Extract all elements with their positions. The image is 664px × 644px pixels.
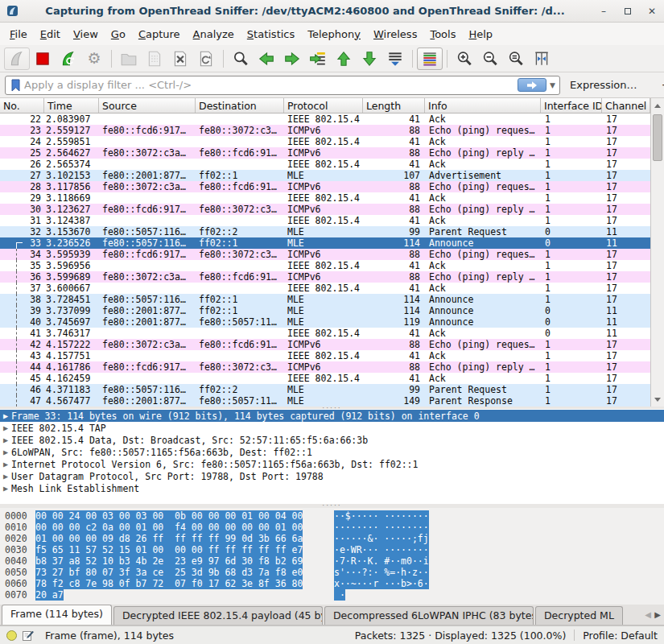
hex-ascii[interactable]: s'···?:· %=·h·z·· (334, 567, 429, 578)
menu-edit[interactable]: Edit (34, 25, 67, 43)
expand-arrow-icon[interactable]: ▶ (0, 411, 11, 420)
hex-ascii[interactable]: ······&· ·····;fj (334, 533, 429, 544)
go-forward-button[interactable] (279, 47, 305, 70)
menu-tools[interactable]: Tools (423, 25, 462, 43)
scrollbar-thumb[interactable] (653, 114, 662, 161)
capture-options-button[interactable]: ⚙ (81, 47, 107, 70)
expand-arrow-icon[interactable]: ▶ (0, 448, 11, 456)
packet-row-22[interactable]: 222.083907IEEE 802.15.441Ack117 (0, 114, 650, 125)
byte-view-tab[interactable]: Frame (114 bytes) (2, 605, 112, 625)
menu-wireless[interactable]: Wireless (367, 25, 423, 43)
detail-line[interactable]: ▶IEEE 802.15.4 TAP (0, 422, 664, 434)
apply-filter-button[interactable] (518, 78, 546, 92)
column-header-length[interactable]: Length (363, 98, 425, 113)
packet-row-37[interactable]: 373.600667IEEE 802.15.441Ack117 (0, 283, 650, 294)
hex-bytes[interactable]: 00 00 24 00 03 00 03 00 0b 00 00 00 01 0… (35, 510, 303, 522)
go-to-packet-button[interactable] (305, 47, 331, 70)
detail-line[interactable]: ▶Mesh Link Establishment (0, 482, 664, 494)
tab-scroll-right-icon[interactable]: ▶ (653, 608, 662, 622)
resize-columns-button[interactable] (529, 47, 555, 70)
expand-arrow-icon[interactable]: ▶ (0, 423, 11, 432)
packet-row-23[interactable]: 232.559127fe80::fcd6:917…fe80::3072:c3…I… (0, 125, 650, 136)
packet-row-34[interactable]: 343.595939fe80::fcd6:917…fe80::3072:c3…I… (0, 249, 650, 260)
open-capture-button[interactable] (116, 47, 142, 70)
column-header-channel[interactable]: Channel (602, 98, 650, 113)
expand-arrow-icon[interactable]: ▶ (0, 460, 11, 469)
menu-file[interactable]: File (3, 25, 34, 43)
column-header-interface-id[interactable]: Interface ID (541, 98, 602, 113)
packet-row-44[interactable]: 444.161786fe80::fcd6:917…fe80::3072:c3…I… (0, 361, 650, 373)
packet-row-39[interactable]: 393.737099fe80::2001:877…ff02::1MLE114An… (0, 305, 650, 316)
packet-row-29[interactable]: 293.118669IEEE 802.15.441Ack117 (0, 192, 650, 204)
menu-analyze[interactable]: Analyze (187, 25, 241, 43)
packet-row-30[interactable]: 303.123627fe80::fcd6:917…fe80::3072:c3…I… (0, 204, 650, 215)
packet-row-27[interactable]: 273.102153fe80::2001:877…ff02::1MLE107Ad… (0, 170, 650, 181)
column-header-no[interactable]: No. (0, 98, 44, 113)
packet-row-46[interactable]: 464.371183fe80::5057:116…ff02::2MLE99Par… (0, 384, 650, 395)
packet-list-scrollbar[interactable] (650, 98, 664, 407)
detail-line[interactable]: ▶Frame 33: 114 bytes on wire (912 bits),… (0, 410, 664, 422)
packet-row-31[interactable]: 313.124387IEEE 802.15.441Ack117 (0, 215, 650, 226)
filter-dropdown-icon[interactable]: ▼ (548, 81, 559, 89)
hex-bytes[interactable]: 20 a7 (35, 589, 64, 601)
stop-capture-button[interactable] (30, 47, 56, 70)
menu-view[interactable]: View (67, 25, 105, 43)
packet-row-43[interactable]: 434.157751IEEE 802.15.441Ack117 (0, 350, 650, 361)
hex-bytes[interactable]: f5 65 11 57 52 15 01 00 00 00 ff ff ff f… (35, 544, 303, 555)
column-header-time[interactable]: Time (44, 98, 99, 113)
menu-statistics[interactable]: Statistics (241, 25, 301, 43)
column-header-protocol[interactable]: Protocol (284, 98, 363, 113)
zoom-in-button[interactable] (452, 47, 477, 70)
hex-bytes[interactable]: 01 00 00 00 09 d8 26 ff ff ff ff 99 0d 3… (35, 533, 303, 544)
hex-ascii[interactable]: ··$····· ········ (334, 510, 429, 522)
byte-view-tab[interactable]: Decrypted IEEE 802.15.4 payload (45 byte… (113, 606, 323, 625)
menu-capture[interactable]: Capture (132, 25, 187, 43)
detail-line[interactable]: ▶6LoWPAN, Src: fe80::5057:1165:f56a:663b… (0, 446, 664, 458)
auto-scroll-button[interactable] (382, 47, 408, 70)
close-capture-button[interactable] (167, 47, 193, 70)
expand-arrow-icon[interactable]: ▶ (0, 436, 11, 444)
save-capture-button[interactable] (142, 47, 167, 70)
packet-row-25[interactable]: 252.564627fe80::3072:c3a…fe80::fcd6:91…I… (0, 147, 650, 159)
expert-info-icon[interactable] (6, 630, 17, 641)
packet-row-26[interactable]: 262.565374IEEE 802.15.441Ack117 (0, 159, 650, 170)
find-packet-button[interactable] (228, 47, 254, 70)
add-filter-button[interactable]: + (657, 77, 664, 93)
packet-row-33[interactable]: 333.236526fe80::5057:116…ff02::1MLE114An… (0, 237, 650, 249)
byte-view-tab[interactable]: Decrypted ML (535, 606, 623, 625)
packet-row-45[interactable]: 454.162459IEEE 802.15.441Ack117 (0, 373, 650, 384)
hex-ascii[interactable]: x··~···r ···b>·6· (334, 578, 429, 589)
maximize-icon[interactable] (616, 2, 640, 20)
hex-ascii[interactable]: ········ ········ (334, 522, 429, 533)
display-filter-input[interactable] (24, 77, 518, 93)
hex-bytes[interactable]: 00 00 00 c2 0a 00 01 00 f4 00 00 00 00 0… (35, 522, 303, 533)
hex-ascii[interactable]: ·e·WR··· ········ (334, 544, 429, 555)
packet-row-41[interactable]: 413.746317IEEE 802.15.441Ack011 (0, 328, 650, 339)
column-header-destination[interactable]: Destination (196, 98, 284, 113)
detail-line[interactable]: ▶User Datagram Protocol, Src Port: 19788… (0, 470, 664, 482)
go-back-button[interactable] (254, 47, 279, 70)
hex-bytes[interactable]: 78 f2 c8 7e 98 0f b7 72 07 f0 17 62 3e 8… (35, 578, 303, 589)
close-icon[interactable]: ✕ (640, 2, 664, 20)
packet-row-24[interactable]: 242.559851IEEE 802.15.441Ack117 (0, 136, 650, 147)
detail-line[interactable]: ▶IEEE 802.15.4 Data, Dst: Broadcast, Src… (0, 434, 664, 446)
packet-row-36[interactable]: 363.599689fe80::3072:c3a…fe80::fcd6:91…I… (0, 271, 650, 283)
expand-arrow-icon[interactable]: ▶ (0, 472, 11, 481)
hex-ascii[interactable]: · (334, 589, 345, 601)
column-header-source[interactable]: Source (99, 98, 196, 113)
hex-bytes[interactable]: b8 37 a8 52 10 b3 4b 2e 23 e9 97 6d 30 f… (35, 555, 303, 567)
expand-arrow-icon[interactable]: ▶ (0, 484, 11, 493)
reload-capture-button[interactable] (193, 47, 219, 70)
go-last-button[interactable] (357, 47, 382, 70)
status-profile[interactable]: Profile: Default (583, 630, 658, 642)
packet-row-42[interactable]: 424.157222fe80::3072:c3a…fe80::fcd6:91…I… (0, 339, 650, 350)
scroll-down-icon[interactable] (651, 393, 664, 406)
restart-capture-button[interactable] (56, 47, 81, 70)
packet-row-40[interactable]: 403.745697fe80::2001:877…fe80::5057:11…M… (0, 316, 650, 328)
column-header-info[interactable]: Info (425, 98, 541, 113)
menu-help[interactable]: Help (462, 25, 499, 43)
zoom-reset-button[interactable] (503, 47, 529, 70)
byte-view-tab[interactable]: Decompressed 6LoWPAN IPHC (83 bytes) (324, 606, 534, 625)
hex-ascii[interactable]: ·7·R··K. #··m0··i (334, 555, 429, 567)
start-capture-button[interactable] (4, 47, 30, 70)
